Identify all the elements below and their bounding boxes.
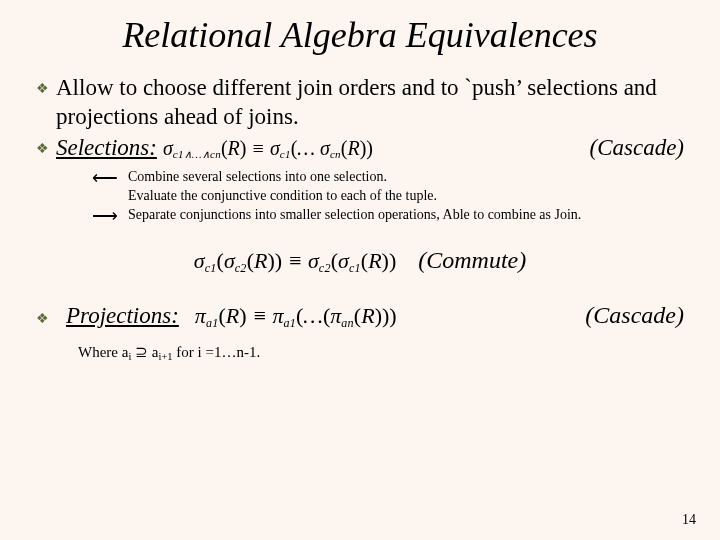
formula-cascade-selections: σc1∧…∧cn(R) ≡ σc1(… σcn(R)) [163,136,373,161]
commute-block: σc1(σc2(R)) ≡ σc2(σc1(R)) (Commute) [36,247,684,274]
note-separate-line: ⟶ Separate conjunctions into smaller sel… [92,206,684,225]
page-title: Relational Algebra Equivalences [36,14,684,56]
formula-commute-selections: σc1(σc2(R)) ≡ σc2(σc1(R)) [194,248,396,274]
slide: Relational Algebra Equivalences ❖ Allow … [0,0,720,540]
note-evaluate: Evaluate the conjunctive condition to ea… [128,188,437,203]
arrow-right-icon: ⟶ [92,207,116,225]
commute-label: (Commute) [418,247,526,274]
diamond-icon: ❖ [36,310,56,327]
projections-label: Projections: [66,303,179,329]
bullet-projections: ❖ Projections: πa1(R) ≡ πa1(…(πan(R))) (… [36,302,684,329]
selections-label: Selections: [56,134,157,163]
diamond-icon: ❖ [36,80,56,97]
note-combine-line: ⟵ Combine several selections into one se… [92,168,684,206]
selection-notes: ⟵ Combine several selections into one se… [92,168,684,225]
bullet-intro: ❖ Allow to choose different join orders … [36,74,684,132]
note-separate: Separate conjunctions into smaller selec… [128,206,684,225]
note-combine: Combine several selections into one sele… [128,169,387,184]
arrow-left-icon: ⟵ [92,169,116,187]
cascade-label-1: (Cascade) [589,134,684,163]
where-clause: Where ai ⊇ ai+1 for i =1…n-1. [78,343,684,361]
diamond-icon: ❖ [36,140,56,157]
bullet-selections: ❖ Selections: σc1∧…∧cn(R) ≡ σc1(… σcn(R)… [36,134,684,163]
formula-cascade-projections: πa1(R) ≡ πa1(…(πan(R))) [195,303,397,329]
page-number: 14 [682,512,696,528]
cascade-label-2: (Cascade) [585,302,684,329]
intro-text: Allow to choose different join orders an… [56,74,684,132]
